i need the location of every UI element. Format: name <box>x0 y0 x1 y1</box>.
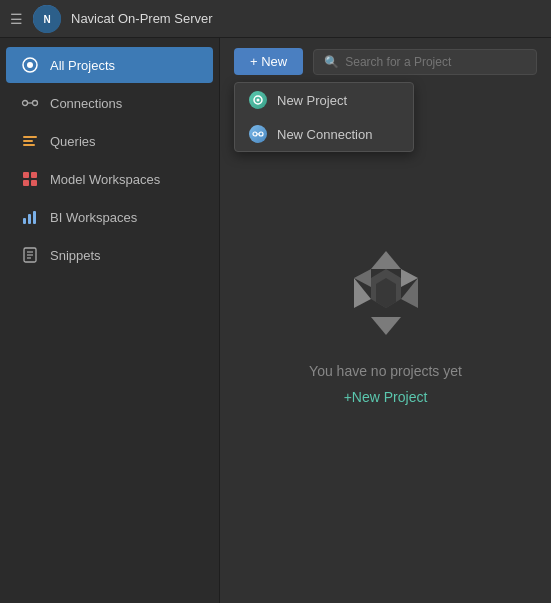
dropdown-menu: New Project New Connection <box>234 82 414 152</box>
app-logo: N <box>33 5 61 33</box>
svg-point-4 <box>23 101 28 106</box>
sidebar-item-snippets[interactable]: Snippets <box>6 237 213 273</box>
svg-rect-11 <box>31 172 37 178</box>
app-title: Navicat On-Prem Server <box>71 11 213 26</box>
svg-rect-15 <box>28 214 31 224</box>
search-icon: 🔍 <box>324 55 339 69</box>
sidebar-item-label: All Projects <box>50 58 115 73</box>
empty-state-logo <box>336 243 436 343</box>
sidebar-item-all-projects[interactable]: All Projects <box>6 47 213 83</box>
new-project-link[interactable]: +New Project <box>344 389 428 405</box>
hamburger-menu-icon[interactable]: ☰ <box>10 11 23 27</box>
svg-point-24 <box>259 132 263 136</box>
sidebar-item-label: Connections <box>50 96 122 111</box>
snippets-icon <box>20 245 40 265</box>
main-layout: All Projects Connections Queries <box>0 38 551 603</box>
empty-state: You have no projects yet +New Project <box>220 85 551 603</box>
svg-rect-10 <box>23 172 29 178</box>
sidebar-item-label: Queries <box>50 134 96 149</box>
svg-point-3 <box>27 62 33 68</box>
svg-rect-14 <box>23 218 26 224</box>
new-project-icon <box>249 91 267 109</box>
svg-point-22 <box>257 99 260 102</box>
sidebar-item-queries[interactable]: Queries <box>6 123 213 159</box>
sidebar-item-label: Snippets <box>50 248 101 263</box>
svg-rect-8 <box>23 140 33 142</box>
svg-marker-33 <box>376 278 396 308</box>
content-area: + New 🔍 New Project <box>220 38 551 603</box>
svg-text:N: N <box>43 14 50 25</box>
sidebar-item-label: Model Workspaces <box>50 172 160 187</box>
new-connection-icon <box>249 125 267 143</box>
svg-rect-12 <box>23 180 29 186</box>
svg-rect-9 <box>23 144 35 146</box>
svg-point-23 <box>253 132 257 136</box>
svg-point-5 <box>33 101 38 106</box>
sidebar: All Projects Connections Queries <box>0 38 220 603</box>
dropdown-item-new-connection[interactable]: New Connection <box>235 117 413 151</box>
search-input[interactable] <box>345 55 526 69</box>
queries-icon <box>20 131 40 151</box>
sidebar-item-model-workspaces[interactable]: Model Workspaces <box>6 161 213 197</box>
svg-marker-29 <box>371 317 401 335</box>
dropdown-item-new-project[interactable]: New Project <box>235 83 413 117</box>
dropdown-item-label: New Project <box>277 93 347 108</box>
search-bar: 🔍 <box>313 49 537 75</box>
new-button[interactable]: + New <box>234 48 303 75</box>
titlebar: ☰ N Navicat On-Prem Server <box>0 0 551 38</box>
dropdown-item-label: New Connection <box>277 127 372 142</box>
model-workspaces-icon <box>20 169 40 189</box>
svg-rect-16 <box>33 211 36 224</box>
content-toolbar: + New 🔍 <box>220 38 551 85</box>
all-projects-icon <box>20 55 40 75</box>
svg-marker-26 <box>371 251 401 269</box>
svg-rect-7 <box>23 136 37 138</box>
empty-state-message: You have no projects yet <box>309 363 462 379</box>
connections-icon <box>20 93 40 113</box>
sidebar-item-bi-workspaces[interactable]: BI Workspaces <box>6 199 213 235</box>
svg-rect-13 <box>31 180 37 186</box>
bi-workspaces-icon <box>20 207 40 227</box>
sidebar-item-label: BI Workspaces <box>50 210 137 225</box>
sidebar-item-connections[interactable]: Connections <box>6 85 213 121</box>
